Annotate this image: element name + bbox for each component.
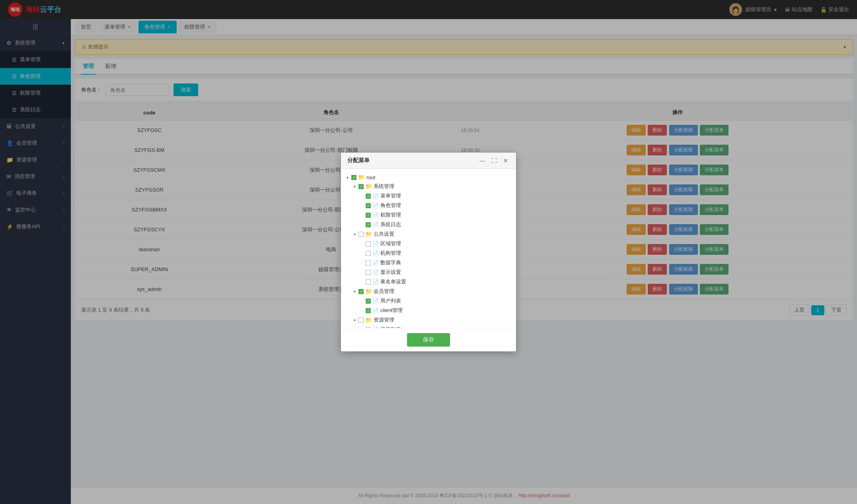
tree-label: 角色管理 (380, 202, 401, 209)
modal-body: ▾ 📁 root ▾ 📁 系统管理 (341, 169, 516, 328)
tree-checkbox[interactable] (358, 318, 364, 323)
menu-tree: ▾ 📁 root ▾ 📁 系统管理 (345, 173, 512, 328)
maximize-button[interactable]: ⛶ (490, 157, 499, 165)
tree-checkbox[interactable] (366, 203, 371, 208)
tree-label-root: root (366, 174, 375, 180)
tree-checkbox[interactable] (366, 251, 371, 256)
modal-header: 分配菜单 — ⛶ ✕ (341, 153, 516, 169)
public-settings-children: 📄 区域管理 📄 机构管理 📄 (352, 239, 512, 287)
tree-checkbox[interactable] (366, 241, 371, 246)
modal-controls: — ⛶ ✕ (478, 157, 510, 165)
file-icon: 📄 (372, 308, 379, 314)
tree-node-display-settings[interactable]: 📄 显示设置 (359, 268, 512, 277)
assign-menu-modal: 分配菜单 — ⛶ ✕ ▾ 📁 root ▾ (341, 153, 516, 351)
tree-checkbox[interactable] (366, 279, 371, 285)
tree-checkbox[interactable] (358, 184, 364, 189)
tree-node-system-mgmt[interactable]: ▾ 📁 系统管理 (352, 182, 512, 191)
file-icon: 📄 (372, 279, 379, 285)
tree-node-data-dict[interactable]: 📄 数据字典 (359, 258, 512, 268)
minimize-button[interactable]: — (478, 157, 487, 165)
system-mgmt-children: 📄 菜单管理 📄 角色管理 📄 (352, 191, 512, 229)
tree-node-resource-mgmt[interactable]: ▾ 📁 资源管理 (352, 315, 512, 325)
tree-label: 数据字典 (380, 259, 401, 266)
tree-checkbox[interactable] (366, 299, 371, 304)
file-icon: 📄 (372, 250, 379, 256)
expand-icon: ▾ (352, 318, 357, 322)
expand-icon: ▾ (352, 289, 357, 294)
tree-checkbox[interactable] (366, 260, 371, 266)
tree-label: 机构管理 (380, 250, 401, 257)
tree-label: 菜单管理 (380, 192, 401, 200)
modal-title: 分配菜单 (347, 157, 370, 164)
tree-checkbox[interactable] (358, 232, 364, 237)
tree-label: 权限管理 (380, 211, 401, 219)
tree-label: 区域管理 (380, 240, 401, 247)
root-children: ▾ 📁 系统管理 📄 菜单管理 (345, 182, 512, 328)
tree-checkbox[interactable] (366, 194, 371, 199)
tree-node-blacklist[interactable]: 📄 果名单设置 (359, 277, 512, 287)
tree-checkbox[interactable] (366, 222, 371, 227)
file-icon: 📄 (372, 269, 379, 275)
expand-icon: ▾ (352, 184, 357, 189)
tree-node-permission-mgmt[interactable]: 📄 权限管理 (359, 210, 512, 220)
tree-node-menu-mgmt[interactable]: 📄 菜单管理 (359, 191, 512, 201)
expand-icon: ▾ (352, 232, 357, 236)
tree-label: 会员管理 (374, 288, 394, 295)
folder-icon: 📁 (365, 183, 372, 190)
file-icon: 📄 (372, 203, 379, 209)
tree-label: 果名单设置 (380, 278, 406, 285)
tree-node-resource-list[interactable]: 📄 资源列表 (359, 325, 512, 328)
tree-node-root[interactable]: ▾ 📁 root (345, 173, 512, 182)
tree-label: client管理 (380, 307, 403, 314)
resource-mgmt-children: 📄 资源列表 (352, 325, 512, 328)
file-icon: 📄 (372, 212, 379, 218)
tree-node-org-mgmt[interactable]: 📄 机构管理 (359, 248, 512, 258)
tree-node-client-mgmt[interactable]: 📄 client管理 (359, 306, 512, 315)
modal-overlay[interactable]: 分配菜单 — ⛶ ✕ ▾ 📁 root ▾ (0, 0, 857, 504)
tree-checkbox-root[interactable] (351, 175, 356, 180)
file-icon: 📄 (372, 222, 379, 228)
tree-expand-icon: ▾ (345, 175, 350, 180)
tree-checkbox[interactable] (358, 289, 364, 294)
tree-checkbox[interactable] (366, 213, 371, 218)
folder-icon: 📁 (365, 231, 372, 237)
tree-node-region-mgmt[interactable]: 📄 区域管理 (359, 239, 512, 248)
folder-icon: 📁 (365, 317, 372, 323)
file-icon: 📄 (372, 260, 379, 266)
tree-label: 系统日志 (380, 221, 401, 228)
tree-checkbox[interactable] (366, 270, 371, 275)
file-icon: 📄 (372, 193, 379, 199)
member-mgmt-children: 📄 用户列表 📄 client管理 (352, 296, 512, 315)
tree-label: 用户列表 (380, 297, 401, 304)
modal-footer: 保存 (341, 328, 516, 351)
file-icon: 📄 (372, 241, 379, 247)
tree-label: 显示设置 (380, 269, 401, 276)
tree-label: 系统管理 (374, 183, 394, 190)
tree-node-member-mgmt[interactable]: ▾ 📁 会员管理 (352, 287, 512, 296)
tree-checkbox[interactable] (366, 308, 371, 313)
tree-node-role-mgmt[interactable]: 📄 角色管理 (359, 201, 512, 210)
modal-save-button[interactable]: 保存 (407, 333, 450, 347)
tree-label: 公共设置 (374, 231, 394, 238)
tree-node-public-settings[interactable]: ▾ 📁 公共设置 (352, 229, 512, 239)
tree-label: 资源管理 (374, 316, 394, 324)
tree-node-user-list[interactable]: 📄 用户列表 (359, 296, 512, 306)
file-icon: 📄 (372, 298, 379, 304)
folder-icon: 📁 (358, 174, 365, 180)
close-button[interactable]: ✕ (502, 157, 510, 165)
tree-node-system-log[interactable]: 📄 系统日志 (359, 220, 512, 229)
folder-icon: 📁 (365, 288, 372, 295)
